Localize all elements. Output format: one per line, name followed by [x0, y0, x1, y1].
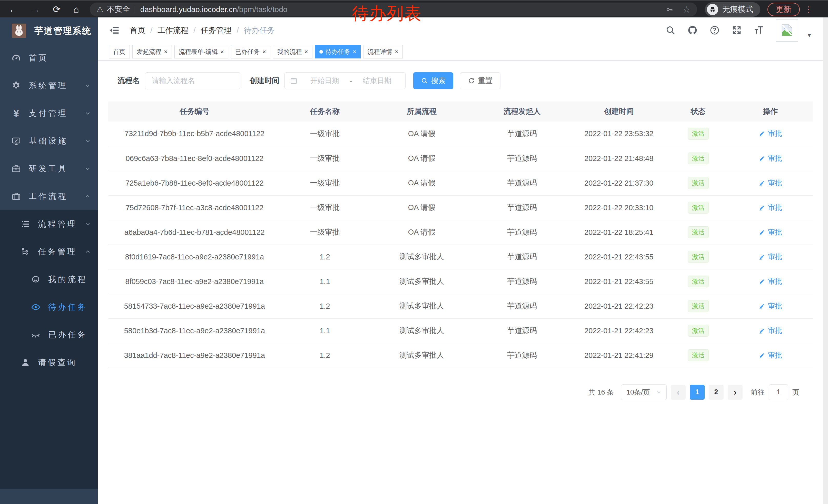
help-icon[interactable] [709, 25, 720, 35]
approve-link[interactable]: 审批 [758, 252, 782, 262]
avatar-caret-down-icon[interactable]: ▼ [806, 32, 812, 39]
start-date-placeholder: 开始日期 [302, 76, 347, 86]
search-icon[interactable] [665, 25, 676, 35]
breadcrumb: 首页 / 工作流程 / 任务管理 / 待办任务 [130, 25, 275, 36]
close-icon[interactable]: × [220, 49, 224, 55]
search-button[interactable]: 搜索 [413, 72, 453, 89]
approve-link[interactable]: 审批 [758, 326, 782, 335]
tab-done-task[interactable]: 已办任务 × [231, 45, 271, 58]
bookmark-star-icon[interactable]: ☆ [682, 4, 690, 15]
sidebar-item-my-process[interactable]: 我的流程 [0, 266, 98, 293]
tab-process-detail[interactable]: 流程详情 × [363, 45, 403, 58]
approve-link[interactable]: 审批 [758, 227, 782, 237]
github-icon[interactable] [688, 25, 698, 35]
cell-task-id: 8f059c03-7ac8-11ec-a9e2-a2380e71991a [108, 269, 281, 294]
date-range-input[interactable]: 开始日期 - 结束日期 [285, 72, 406, 89]
close-icon[interactable]: × [164, 49, 167, 55]
approve-link[interactable]: 审批 [758, 153, 782, 163]
sidebar-item-home[interactable]: 首页 [0, 44, 98, 72]
cell-task-id: a6aba0a4-7b6d-11ec-b781-acde48001122 [108, 220, 281, 244]
back-icon[interactable]: ← [9, 4, 18, 15]
approve-link[interactable]: 审批 [758, 277, 782, 286]
home-icon[interactable]: ⌂ [73, 4, 79, 15]
breadcrumb-workflow[interactable]: 工作流程 [158, 25, 188, 36]
cell-starter: 芋道源码 [474, 195, 570, 220]
sidebar-item-todo-task[interactable]: 待办任务 [0, 293, 98, 321]
process-name-input[interactable]: 请输入流程名 [145, 72, 240, 89]
cell-task-name: 1.1 [281, 269, 369, 294]
close-icon[interactable]: × [353, 49, 356, 55]
sidebar-item-label: 流程管理 [38, 219, 85, 229]
sidebar-item-devtools[interactable]: 研发工具 [0, 155, 98, 183]
cell-starter: 芋道源码 [474, 146, 570, 171]
status-badge: 激活 [688, 152, 709, 165]
sidebar-item-process-mgmt[interactable]: 流程管理 [0, 210, 98, 238]
font-size-icon[interactable] [754, 25, 764, 35]
browser-menu-icon[interactable]: ⋮ [805, 5, 813, 14]
chevron-down-icon [656, 390, 661, 395]
cell-process: OA 请假 [369, 220, 474, 244]
breadcrumb-current: 待办任务 [244, 25, 275, 36]
approve-link[interactable]: 审批 [758, 351, 782, 360]
create-time-label: 创建时间 [250, 76, 279, 86]
end-date-placeholder: 结束日期 [354, 76, 400, 86]
page-scrollbar[interactable] [823, 17, 828, 504]
table-row: 8f059c03-7ac8-11ec-a9e2-a2380e71991a 1.1… [108, 269, 813, 294]
update-button[interactable]: 更新 [768, 3, 800, 16]
page-number-button[interactable]: 2 [709, 385, 723, 400]
cell-starter: 芋道源码 [474, 122, 570, 146]
tab-form-edit[interactable]: 流程表单-编辑 × [174, 45, 228, 58]
cell-process: OA 请假 [369, 171, 474, 195]
sidebar-item-task-mgmt[interactable]: 任务管理 [0, 238, 98, 266]
tab-my-process[interactable]: 我的流程 × [273, 45, 313, 58]
approve-link[interactable]: 审批 [758, 203, 782, 213]
tab-home[interactable]: 首页 [109, 45, 130, 58]
reset-button[interactable]: 重置 [460, 72, 500, 89]
sidebar-item-payment[interactable]: ¥ 支付管理 [0, 99, 98, 127]
column-header: 任务名称 [281, 101, 369, 122]
tab-start-process[interactable]: 发起流程 × [132, 45, 172, 58]
approve-link[interactable]: 审批 [758, 178, 782, 188]
next-page-button[interactable]: › [728, 385, 743, 400]
close-icon[interactable]: × [395, 49, 398, 55]
tab-todo-task[interactable]: 待办任务 × [315, 45, 361, 58]
sidebar-item-workflow[interactable]: 工作流程 [0, 183, 98, 210]
cell-create-time: 2022-01-21 22:43:55 [570, 244, 668, 269]
close-icon[interactable]: × [304, 49, 308, 55]
column-header: 操作 [728, 101, 813, 122]
prev-page-button[interactable]: ‹ [671, 385, 686, 400]
page-size-select[interactable]: 10条/页 [621, 384, 667, 400]
face-icon [30, 275, 42, 284]
person-icon [19, 358, 31, 367]
sidebar-collapse-icon[interactable] [109, 25, 120, 36]
reload-icon[interactable]: ⟳ [53, 4, 60, 15]
cell-process: OA 请假 [369, 146, 474, 171]
approve-link[interactable]: 审批 [758, 301, 782, 311]
approve-link[interactable]: 审批 [758, 129, 782, 138]
forward-icon[interactable]: → [31, 4, 40, 15]
sidebar-item-done-task[interactable]: 已办任务 [0, 321, 98, 349]
chevron-down-icon [85, 110, 91, 117]
breadcrumb-home[interactable]: 首页 [130, 25, 145, 36]
user-avatar[interactable] [776, 19, 798, 42]
sidebar-item-label: 基础设施 [29, 136, 85, 146]
breadcrumb-task-mgmt[interactable]: 任务管理 [201, 25, 232, 36]
sidebar-item-infrastructure[interactable]: 基础设施 [0, 127, 98, 155]
close-icon[interactable]: × [262, 49, 266, 55]
sidebar-item-leave-query[interactable]: 请假查询 [0, 349, 98, 376]
tree-icon [19, 247, 31, 257]
cell-starter: 芋道源码 [474, 269, 570, 294]
cell-task-name: 1.2 [281, 294, 369, 318]
cell-task-name: 1.2 [281, 343, 369, 368]
table-header-row: 任务编号任务名称所属流程流程发起人创建时间状态操作 [108, 101, 813, 122]
page-number-button[interactable]: 1 [690, 385, 705, 400]
cell-process: 测试多审批人 [369, 244, 474, 269]
sidebar-item-system[interactable]: 系统管理 [0, 72, 98, 99]
column-header: 所属流程 [369, 101, 474, 122]
warning-icon: ⚠ [96, 5, 104, 14]
key-icon[interactable] [666, 6, 673, 13]
goto-page-input[interactable]: 1 [769, 384, 788, 400]
cell-task-id: 381aa1dd-7ac8-11ec-a9e2-a2380e71991a [108, 343, 281, 368]
fullscreen-icon[interactable] [732, 25, 742, 35]
app-logo-row[interactable]: 芋道管理系统 [0, 17, 98, 44]
